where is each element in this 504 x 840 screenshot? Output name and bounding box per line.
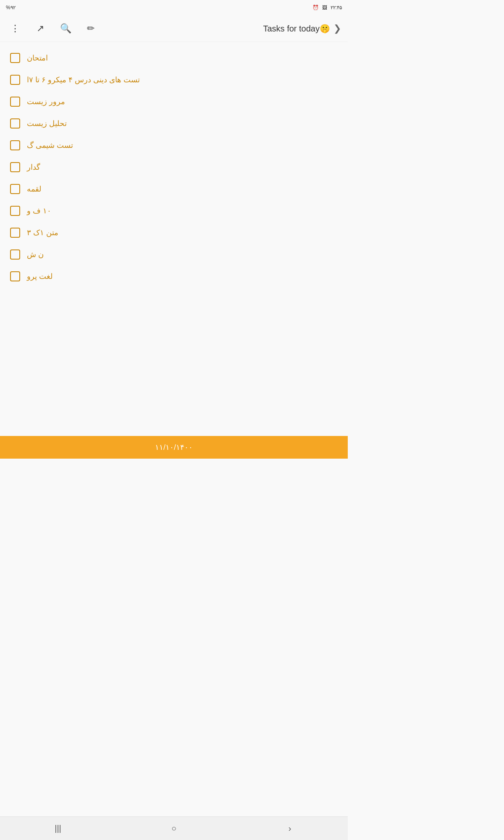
task-label: تست شیمی گ: [27, 141, 73, 150]
status-bar: %۹۲ ⏰ 🖼 ۲۲:۴۵: [0, 0, 348, 15]
task-label: تست های دینی درس ۴ میکرو ۶ تا ۷ا: [27, 75, 140, 84]
task-checkbox[interactable]: [10, 271, 20, 281]
image-icon: 🖼: [322, 5, 327, 10]
task-checkbox[interactable]: [10, 184, 20, 194]
date-banner: ۱۱/۱۰/۱۴۰۰: [0, 436, 348, 459]
back-icon: |||: [55, 824, 61, 833]
search-button[interactable]: 🔍: [57, 20, 74, 37]
task-item[interactable]: متن ۱ک ۳: [7, 222, 341, 244]
task-checkbox[interactable]: [10, 53, 20, 63]
edit-button[interactable]: ✏: [82, 20, 99, 37]
edit-icon: ✏: [87, 23, 94, 34]
home-icon: ○: [171, 824, 176, 833]
task-label: مرور زیست: [27, 97, 65, 106]
task-item[interactable]: لغت پرو: [7, 265, 341, 287]
task-label: ن ش: [27, 250, 44, 259]
more-button[interactable]: ⋮: [7, 20, 24, 37]
task-checkbox[interactable]: [10, 97, 20, 107]
back-button[interactable]: |||: [45, 820, 71, 837]
recent-icon: ›: [289, 824, 291, 833]
recent-button[interactable]: ›: [277, 820, 302, 837]
time-display: ۲۲:۴۵: [331, 5, 342, 10]
task-checkbox[interactable]: [10, 206, 20, 216]
content-spacer: [0, 462, 348, 840]
alarm-icon: ⏰: [312, 5, 319, 10]
task-label: گدار: [27, 163, 40, 172]
app-bar-right: Tasks for today🤫 ❯: [263, 23, 341, 34]
bottom-nav: ||| ○ ›: [0, 816, 348, 840]
app-bar-left: ⋮ ↗ 🔍 ✏: [7, 20, 99, 37]
home-button[interactable]: ○: [161, 820, 186, 837]
status-right: ⏰ 🖼 ۲۲:۴۵: [312, 5, 342, 10]
task-checkbox[interactable]: [10, 249, 20, 260]
page-title: Tasks for today🤫: [263, 24, 330, 34]
task-item[interactable]: تست شیمی گ: [7, 134, 341, 156]
status-text-left: %۹۲: [6, 5, 16, 10]
task-list: امتحانتست های دینی درس ۴ میکرو ۶ تا ۷امر…: [0, 42, 348, 433]
task-checkbox[interactable]: [10, 228, 20, 238]
task-label: متن ۱ک ۳: [27, 228, 58, 237]
task-item[interactable]: تست های دینی درس ۴ میکرو ۶ تا ۷ا: [7, 69, 341, 91]
task-item[interactable]: امتحان: [7, 47, 341, 69]
task-checkbox[interactable]: [10, 118, 20, 129]
task-item[interactable]: گدار: [7, 156, 341, 178]
task-checkbox[interactable]: [10, 75, 20, 85]
task-item[interactable]: لقمه: [7, 178, 341, 200]
task-label: لقمه: [27, 184, 41, 194]
more-icon: ⋮: [10, 23, 20, 34]
chevron-right-icon[interactable]: ❯: [333, 23, 341, 34]
share-icon: ↗: [37, 23, 44, 34]
app-bar: ⋮ ↗ 🔍 ✏ Tasks for today🤫 ❯: [0, 15, 348, 42]
task-label: ۱۰ ف و: [27, 206, 51, 215]
date-banner-text: ۱۱/۱۰/۱۴۰۰: [155, 443, 193, 452]
task-label: تحلیل زیست: [27, 119, 67, 128]
task-item[interactable]: مرور زیست: [7, 91, 341, 113]
search-icon: 🔍: [60, 23, 71, 34]
task-item[interactable]: ن ش: [7, 244, 341, 265]
task-label: لغت پرو: [27, 272, 52, 281]
status-left: %۹۲: [6, 5, 16, 10]
task-label: امتحان: [27, 53, 48, 63]
task-item[interactable]: ۱۰ ف و: [7, 200, 341, 222]
task-checkbox[interactable]: [10, 162, 20, 172]
task-checkbox[interactable]: [10, 140, 20, 150]
task-item[interactable]: تحلیل زیست: [7, 113, 341, 134]
share-button[interactable]: ↗: [32, 20, 49, 37]
